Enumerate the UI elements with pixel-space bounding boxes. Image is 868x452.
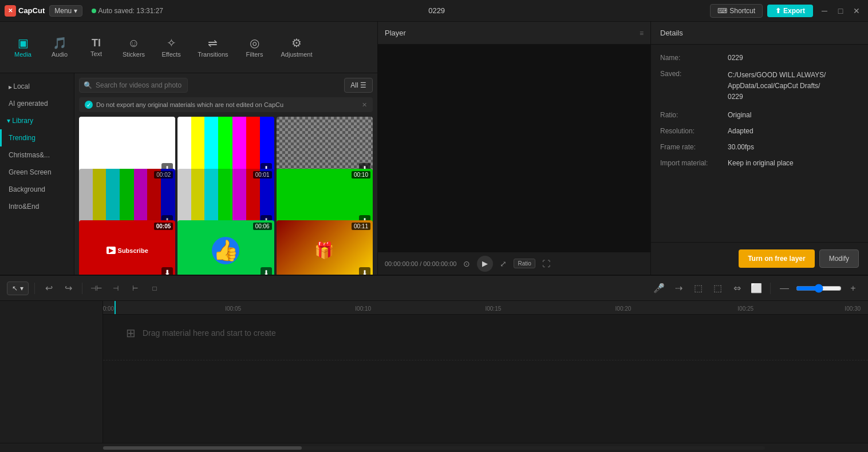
detail-framerate: Frame rate: 30.00fps <box>660 143 859 151</box>
details-title: Details <box>660 29 683 37</box>
titlebar: ✕ CapCut Menu ▾ Auto saved: 13:31:27 022… <box>0 0 868 22</box>
toolbar-media[interactable]: ▣ Media <box>6 33 40 62</box>
window-controls: ─ □ ✕ <box>818 4 863 18</box>
zoom-slider[interactable] <box>796 284 842 293</box>
toolbar-text[interactable]: TI Text <box>79 33 113 62</box>
select-tool[interactable]: ↖ ▾ <box>7 281 29 295</box>
thumbsup-emoji: 👍 <box>212 237 239 264</box>
ruler-mark-25: I00:25 <box>737 306 753 312</box>
player-menu-icon[interactable]: ≡ <box>640 29 644 37</box>
sidebar-item-ai-generated[interactable]: AI generated <box>0 95 74 112</box>
sidebar-item-background[interactable]: Background <box>0 181 74 198</box>
notice-check-icon: ✓ <box>85 101 93 109</box>
framerate-label: Frame rate: <box>660 143 723 151</box>
export-button[interactable]: ⬆ Export <box>767 5 813 17</box>
detail-saved: Saved: C:/Users/GOOD WILL ALWAYS/AppData… <box>660 70 859 103</box>
ruler-mark-15: I00:15 <box>485 306 501 312</box>
thumbnail-7[interactable]: ▶ Subscribe 00:05 ⬇ <box>79 220 175 275</box>
drag-drop-area[interactable]: ⊞ Drag material here and start to create <box>103 315 868 351</box>
detail-ratio: Ratio: Original <box>660 111 859 119</box>
thumbnail-4[interactable]: 00:02 ⬇ <box>79 169 175 229</box>
timeline-area: ↖ ▾ ↩ ↪ ⊣⊢ ⊣ ⊢ □ 🎤 ⇢ ⬚ ⬚ ⇔ ⬜ ― + 00:00 <box>0 275 868 452</box>
shortcut-button[interactable]: ⌨ Shortcut <box>710 4 763 18</box>
sidebar-item-intro-end[interactable]: Intro&End <box>0 198 74 215</box>
main-video-track[interactable]: ⊞ Drag material here and start to create <box>103 315 868 360</box>
saved-label: Saved: <box>660 70 723 103</box>
ratio-button[interactable]: Ratio <box>514 259 535 268</box>
zoom-in-button[interactable]: + <box>845 280 861 296</box>
search-input[interactable] <box>79 78 188 93</box>
sidebar-item-local[interactable]: Local <box>0 78 74 95</box>
trim-right-button[interactable]: ⊢ <box>127 280 143 296</box>
toolbar-adjustment[interactable]: ⚙ Adjustment <box>274 33 319 62</box>
search-wrapper: 🔍 <box>79 78 341 93</box>
sidebar-library-header[interactable]: ▾ Library <box>0 112 74 129</box>
maximize-button[interactable]: □ <box>834 4 847 18</box>
all-filter-button[interactable]: All ☰ <box>344 78 373 93</box>
sidebar-item-green-screen[interactable]: Green Screen <box>0 164 74 181</box>
toolbar-filters[interactable]: ◎ Filters <box>238 33 272 62</box>
toolbar-stickers[interactable]: ☺ Stickers <box>116 33 152 62</box>
player-target-button[interactable]: ⊙ <box>461 258 472 269</box>
video-track-button[interactable]: ⬚ <box>690 280 706 296</box>
sidebar-item-trending[interactable]: Trending <box>0 129 74 146</box>
name-value: 0229 <box>728 54 859 62</box>
player-expand-button[interactable]: ⤢ <box>498 258 509 269</box>
thumbnail-5[interactable]: 00:01 ⬇ <box>177 169 274 229</box>
modify-button[interactable]: Modify <box>819 249 859 268</box>
download-icon-8[interactable]: ⬇ <box>261 267 272 275</box>
delete-button[interactable]: □ <box>147 280 163 296</box>
download-icon-9[interactable]: ⬇ <box>359 267 370 275</box>
thumbnail-1[interactable]: ⬇ <box>79 117 175 177</box>
zoom-out-button[interactable]: ― <box>776 280 792 296</box>
timeline-right-controls: 🎤 ⇢ ⬚ ⬚ ⇔ ⬜ ― + <box>651 280 861 296</box>
thumbnail-6[interactable]: 00:10 ⬇ <box>277 169 373 229</box>
player-fullscreen-button[interactable]: ⛶ <box>540 258 553 269</box>
trim-left-button[interactable]: ⊣ <box>108 280 124 296</box>
mic-button[interactable]: 🎤 <box>651 280 667 296</box>
close-button[interactable]: ✕ <box>850 4 863 18</box>
link-button[interactable]: ⇢ <box>670 280 686 296</box>
notice-close-button[interactable]: ✕ <box>362 101 367 109</box>
toolbar-transitions[interactable]: ⇌ Transitions <box>191 33 235 62</box>
player-panel: Player ≡ 00:00:00:00 / 00:00:00:00 ⊙ ▶ ⤢… <box>378 22 650 275</box>
text-track-button[interactable]: ⇔ <box>729 280 745 296</box>
split-button[interactable]: ⊣⊢ <box>88 280 104 296</box>
redo-button[interactable]: ↪ <box>60 280 76 296</box>
toolbar-audio[interactable]: 🎵 Audio <box>42 33 77 62</box>
resolution-label: Resolution: <box>660 127 723 135</box>
turn-on-free-layer-button[interactable]: Turn on free layer <box>739 249 814 268</box>
toolbar-effects[interactable]: ✧ Effects <box>154 33 188 62</box>
play-button[interactable]: ▶ <box>477 256 493 272</box>
sidebar-item-christmas[interactable]: Christmas&... <box>0 146 74 164</box>
player-title: Player <box>385 29 406 37</box>
ruler-mark-10: I00:10 <box>355 306 371 312</box>
details-footer: Turn on free layer Modify <box>651 242 868 275</box>
resolution-value: Adapted <box>728 127 859 135</box>
minimize-button[interactable]: ─ <box>818 4 831 18</box>
scrollbar-thumb[interactable] <box>103 446 302 450</box>
player-time-display: 00:00:00:00 / 00:00:00:00 <box>385 260 456 267</box>
divider-2 <box>82 283 82 294</box>
app-logo: ✕ CapCut <box>5 5 45 17</box>
thumbnail-3[interactable]: ⬇ <box>277 117 373 177</box>
media-area: 🔍 All ☰ ✓ Do not export any original mat… <box>74 73 377 275</box>
thumbnail-2[interactable]: ⬇ <box>177 117 274 177</box>
search-icon: 🔍 <box>84 81 92 89</box>
timeline-scrollbar <box>0 443 868 452</box>
text-icon: TI <box>92 38 101 48</box>
main-layout: ▣ Media 🎵 Audio TI Text ☺ Stickers ✧ Eff… <box>0 22 868 275</box>
audio-track-button[interactable]: ⬚ <box>709 280 725 296</box>
player-viewport <box>378 45 650 252</box>
menu-button[interactable]: Menu ▾ <box>49 5 82 17</box>
titlebar-right: ⌨ Shortcut ⬆ Export ─ □ ✕ <box>710 4 863 18</box>
divider-3 <box>770 283 771 294</box>
subtitle-button[interactable]: ⬜ <box>748 280 764 296</box>
timeline-content: 00:00 I00:05 I00:10 I00:15 I00:20 I00:25… <box>0 301 868 443</box>
thumbnail-9[interactable]: 🎁 00:11 ⬇ <box>277 220 373 275</box>
download-icon-7[interactable]: ⬇ <box>161 267 173 275</box>
undo-button[interactable]: ↩ <box>41 280 57 296</box>
drag-icon: ⊞ <box>126 326 136 340</box>
timeline-tracks: 00:00 I00:05 I00:10 I00:15 I00:20 I00:25… <box>103 301 868 443</box>
thumbnail-8[interactable]: 👍 00:06 ⬇ <box>177 220 274 275</box>
